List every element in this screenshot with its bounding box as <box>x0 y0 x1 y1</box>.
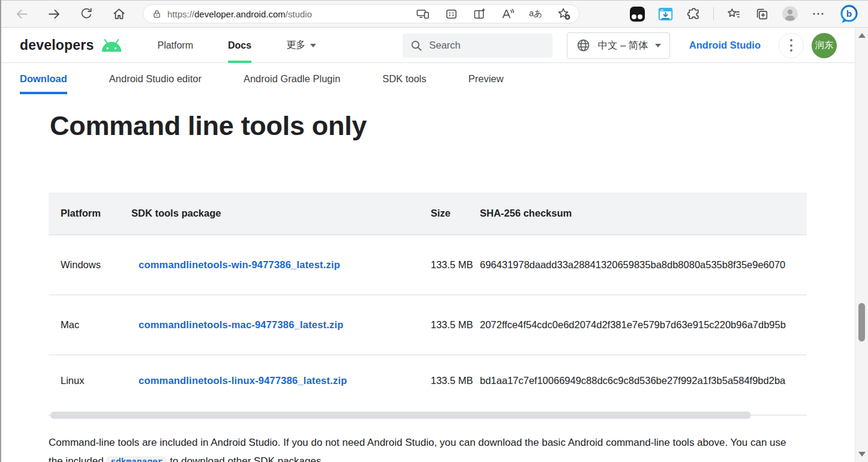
nav-platform[interactable]: Platform <box>157 28 193 63</box>
browser-toolbar: https://developer.android.com/studio aあ <box>0 0 868 28</box>
tab-sdk-tools[interactable]: SDK tools <box>382 63 426 94</box>
device-sync-icon <box>416 7 430 21</box>
vertical-scrollbar-thumb[interactable] <box>858 303 865 341</box>
language-selector[interactable]: 中文 – 简体 <box>567 32 669 59</box>
download-link-linux[interactable]: commandlinetools-linux-9477386_latest.zi… <box>139 375 347 386</box>
url-host: developer.android.com <box>194 9 286 19</box>
split-screen-button[interactable] <box>471 6 487 22</box>
home-icon <box>112 7 127 22</box>
refresh-button[interactable] <box>78 5 95 22</box>
back-button[interactable] <box>13 5 30 22</box>
browser-profile-button[interactable] <box>782 5 798 22</box>
url-text: https://developer.android.com/studio <box>167 9 312 19</box>
table-row: Linux commandlinetools-linux-9477386_lat… <box>49 355 807 406</box>
note-text-after: to download other SDK packages. <box>167 455 324 462</box>
sdkmanager-link[interactable]: sdkmanager <box>106 456 167 462</box>
tab-android-studio-editor[interactable]: Android Studio editor <box>109 63 202 94</box>
profile-avatar-icon <box>782 5 798 23</box>
size-cell: 133.5 MB <box>431 235 480 295</box>
site-header: developers Platform Docs 更多 中文 – 简体 Andr… <box>0 28 855 63</box>
language-label: 中文 – 简体 <box>597 39 648 52</box>
collections-icon <box>755 7 770 22</box>
split-screen-icon <box>473 7 486 21</box>
user-avatar[interactable]: 润东 <box>812 33 837 58</box>
extensions-puzzle-icon <box>686 7 701 22</box>
table-row: Mac commandlinetools-mac-9477386_latest.… <box>49 295 807 355</box>
add-favorite-button[interactable] <box>556 6 572 22</box>
send-to-devices-button[interactable] <box>415 6 431 22</box>
more-vertical-icon <box>790 39 792 41</box>
checksum-cell: 696431978daadd33a28841320659835ba8db8080… <box>480 235 807 295</box>
url-scheme: https:// <box>167 9 194 19</box>
size-cell: 133.5 MB <box>431 295 480 355</box>
collections-button[interactable] <box>753 5 770 22</box>
nav-docs[interactable]: Docs <box>228 28 251 63</box>
lock-icon <box>152 9 162 19</box>
page-title: Command line tools only <box>50 110 367 142</box>
col-size: Size <box>431 193 480 235</box>
extension-bw-button[interactable] <box>629 5 645 22</box>
forward-icon <box>47 7 62 22</box>
tab-download[interactable]: Download <box>20 63 67 94</box>
refresh-icon <box>79 7 94 21</box>
docs-tab-bar: Download Android Studio editor Android G… <box>0 63 855 94</box>
read-aloud-icon <box>500 7 515 21</box>
col-platform: Platform <box>49 193 131 235</box>
note-paragraph: Command-line tools are included in Andro… <box>49 433 792 462</box>
search-icon <box>410 39 423 52</box>
forward-button[interactable] <box>46 5 62 22</box>
download-manager-extension-icon <box>657 6 674 22</box>
globe-icon <box>576 38 591 53</box>
back-icon <box>14 7 29 22</box>
svg-text:b: b <box>846 8 851 19</box>
favorites-star-icon <box>726 7 741 22</box>
horizontal-scrollbar[interactable] <box>49 412 807 419</box>
download-link-mac[interactable]: commandlinetools-mac-9477386_latest.zip <box>139 319 344 330</box>
toolbar-divider <box>713 7 714 20</box>
address-bar[interactable]: https://developer.android.com/studio aあ <box>143 4 579 23</box>
scroll-down-arrow-icon[interactable] <box>858 452 866 457</box>
grid-dots-button[interactable] <box>443 6 459 22</box>
download-manager-extension-button[interactable] <box>657 5 674 22</box>
chevron-down-icon <box>310 44 316 47</box>
android-logo-icon <box>100 38 124 53</box>
vertical-scrollbar[interactable] <box>855 28 868 462</box>
settings-menu-button[interactable] <box>810 5 827 22</box>
android-studio-link[interactable]: Android Studio <box>689 40 761 51</box>
col-checksum: SHA-256 checksum <box>480 193 807 235</box>
platform-cell: Mac <box>49 295 131 355</box>
bing-icon: b <box>839 4 860 25</box>
table-row: Windows commandlinetools-win-9477386_lat… <box>49 235 807 295</box>
extension-bw-icon <box>630 7 645 22</box>
table-header-row: Platform SDK tools package Size SHA-256 … <box>49 193 807 235</box>
translate-icon: aあ <box>529 8 542 19</box>
search-input[interactable] <box>429 40 537 51</box>
translate-button[interactable]: aあ <box>528 6 543 22</box>
checksum-cell: 2072ffce4f54cdc0e6d2074d2f381e7e579b7d63… <box>480 295 807 355</box>
url-path: /studio <box>286 9 312 19</box>
bing-chat-button[interactable]: b <box>838 3 860 25</box>
nav-more[interactable]: 更多 <box>286 28 316 63</box>
checksum-cell: bd1aa17c7ef10066949c88dc6c9c8d536be27f99… <box>480 355 807 406</box>
favorites-button[interactable] <box>725 5 742 22</box>
grid-dots-icon <box>444 7 458 21</box>
read-aloud-button[interactable] <box>500 6 515 22</box>
add-favorite-icon <box>557 7 571 21</box>
chevron-down-icon <box>655 44 661 47</box>
search-box[interactable] <box>403 34 552 58</box>
download-link-windows[interactable]: commandlinetools-win-9477386_latest.zip <box>139 259 340 270</box>
primary-nav: Platform Docs 更多 <box>157 28 316 63</box>
col-package: SDK tools package <box>131 193 431 235</box>
scroll-up-arrow-icon[interactable] <box>858 33 866 38</box>
platform-cell: Windows <box>49 235 131 295</box>
tab-android-gradle-plugin[interactable]: Android Gradle Plugin <box>244 63 340 94</box>
home-button[interactable] <box>110 5 127 22</box>
more-horizontal-icon <box>811 7 825 21</box>
extensions-button[interactable] <box>685 5 702 22</box>
horizontal-scrollbar-thumb[interactable] <box>50 412 751 419</box>
tab-preview[interactable]: Preview <box>468 63 504 94</box>
logo-text: developers <box>20 37 94 53</box>
developers-logo[interactable]: developers <box>20 37 124 53</box>
header-more-button[interactable] <box>779 33 804 58</box>
address-bar-actions: aあ <box>415 6 572 22</box>
